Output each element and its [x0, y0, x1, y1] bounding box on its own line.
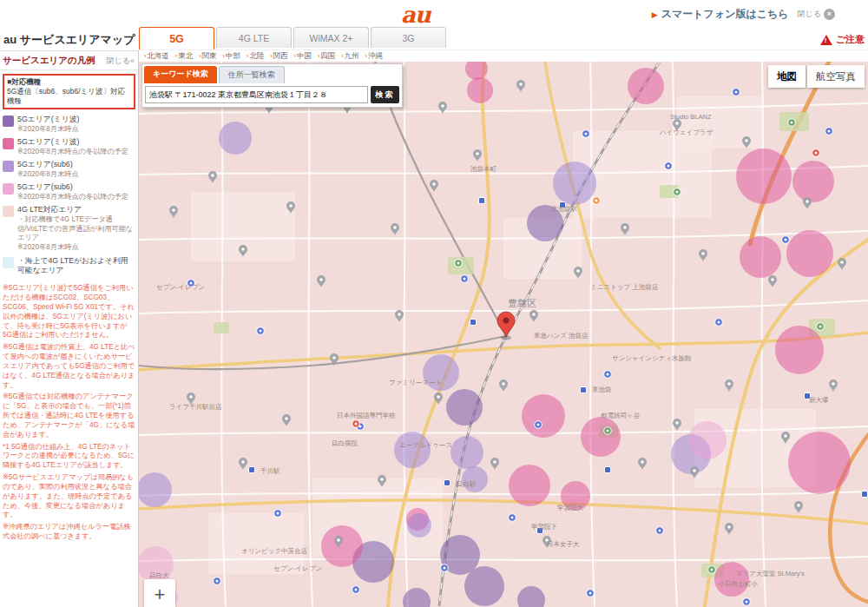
poi-dot-glyph	[595, 200, 598, 202]
region-link[interactable]: ›四国	[318, 51, 335, 62]
map-view-button[interactable]: 地図	[768, 65, 806, 88]
poi-pin-dot	[380, 478, 384, 481]
poi-dot-glyph	[607, 430, 609, 432]
coverage-circle-5g-milliwave-current	[517, 586, 545, 607]
region-link[interactable]: ›沖縄	[365, 51, 383, 62]
tab-3g[interactable]: 3G	[371, 27, 446, 48]
footnote: ※5G通信では対応機種のアンテナマークに「5G」と表示の場合でも、一部(*1)箇…	[3, 393, 135, 439]
road	[308, 62, 312, 606]
region-link[interactable]: ›北海道	[144, 51, 169, 62]
search-result-pin[interactable]	[497, 312, 515, 337]
smartphone-version-link[interactable]: ▶スマートフォン版はこちら	[652, 7, 789, 22]
legend-item: 4G LTE対応エリア・対応機種で4G LTEデータ通信/VoLTEでの音声通話…	[3, 205, 135, 252]
coverage-circle-5g-milliwave-planned	[792, 161, 834, 202]
poi-dot-glyph	[785, 239, 787, 241]
tab-4g-lte[interactable]: 4G LTE	[216, 27, 292, 48]
poi-dot-glyph	[355, 589, 358, 591]
coverage-circle-5g-milliwave-planned	[736, 148, 792, 204]
poi-dot-glyph	[260, 330, 262, 333]
poi-dot-glyph	[457, 262, 460, 265]
coverage-map[interactable]: むかいはら 向原Studio BLANZハイウェイプラザ池袋本町北池袋駅ミニスト…	[139, 62, 868, 607]
region-link[interactable]: ›東北	[175, 51, 193, 62]
bullet-icon: ›	[294, 53, 296, 59]
poi-pin-dot	[337, 538, 340, 542]
keyword-search-tab[interactable]: キーワード検索	[144, 66, 217, 83]
poi-pin-dot	[675, 421, 679, 425]
legend-label: 5Gエリア(ミリ波)	[17, 115, 79, 124]
coverage-circle-5g-milliwave-planned	[740, 236, 781, 278]
poi-pin-dot	[289, 204, 293, 208]
legend-note: ※2020年8月末時点	[17, 170, 79, 180]
poi-pin-dot	[437, 395, 440, 399]
poi-pin-icon	[794, 501, 803, 513]
poi-dot-glyph	[216, 580, 219, 583]
map-label: 目白駅	[457, 480, 477, 488]
map-label: ファミリーマート	[389, 379, 442, 386]
map-label: ミニストップ 上池袋店	[590, 283, 659, 291]
bullet-icon: ›	[223, 53, 225, 59]
search-button[interactable]: 検索	[371, 86, 399, 103]
poi-pin-icon	[829, 379, 838, 392]
poi-dot-glyph	[537, 424, 540, 426]
poi-pin-icon	[725, 379, 733, 392]
region-link[interactable]: ›北陸	[247, 51, 264, 62]
map-label: ライフ千川駅前店	[169, 403, 222, 411]
map-label: 学習院下	[531, 523, 558, 531]
poi-pin-dot	[332, 356, 336, 360]
region-link[interactable]: ›関西	[270, 51, 287, 62]
region-link[interactable]: ›関東	[199, 51, 216, 62]
address-list-search-tab[interactable]: 住所一覧検索	[219, 66, 285, 83]
legend-collapse-button[interactable]: 閉じる«	[107, 56, 135, 67]
search-input[interactable]	[145, 86, 368, 103]
poi-dot-glyph	[828, 130, 831, 133]
legend-label: 5Gエリア(sub6)	[17, 182, 128, 192]
notice-link[interactable]: ご注意	[820, 33, 868, 46]
road	[761, 62, 766, 606]
poi-pin-dot	[784, 434, 787, 438]
poi-pin-dot	[393, 226, 397, 229]
map-label: Studio BLANZ	[670, 113, 712, 121]
legend-swatch	[3, 257, 14, 268]
network-tab-bar: 5G4G LTEWiMAX 2+3G ご注意	[139, 28, 868, 50]
coverage-circle-5g-milliwave-planned	[522, 394, 565, 438]
poi-pin-dot	[701, 252, 705, 255]
region-link[interactable]: ›九州	[341, 51, 358, 62]
header-close-button[interactable]: 閉じる ×	[798, 9, 835, 20]
station-icon	[470, 320, 477, 326]
map-label: 目白病院	[332, 439, 358, 447]
poi-pin-dot	[832, 382, 835, 386]
poi-pin-icon	[490, 458, 499, 470]
satellite-view-button[interactable]: 航空写真	[807, 65, 865, 88]
poi-pin-icon	[725, 523, 733, 535]
coverage-circle-5g-milliwave-planned	[321, 525, 363, 567]
legend-note: ・対応機種で4G LTEデータ通信/VoLTEでの音声通話が利用可能なエリア	[17, 215, 135, 243]
poi-pin-icon	[699, 249, 707, 261]
map-label: マリア大聖堂 St.Mary's	[736, 570, 805, 577]
map-label: 東池袋	[592, 386, 612, 393]
bullet-icon: ›	[175, 53, 177, 59]
map-label: 新大塚	[809, 396, 829, 404]
poi-pin-icon	[768, 275, 777, 287]
coverage-circle-5g-milliwave-planned	[775, 326, 824, 374]
map-label: 都電雑司ヶ谷	[601, 412, 641, 419]
coverage-circle-5g-milliwave-planned	[467, 77, 493, 103]
au-logo: au	[401, 2, 431, 28]
zoom-in-button[interactable]: +	[144, 579, 175, 607]
poi-dot-glyph	[746, 601, 748, 604]
coverage-circle-5g-milliwave-planned	[628, 68, 664, 104]
poi-dot-glyph	[277, 512, 279, 515]
tab-wimax-2+[interactable]: WiMAX 2+	[293, 27, 369, 48]
footnote: ※5G通信は電波の性質上、4G LTEと比べて屋内への電波が届きにくいためサービ…	[3, 343, 135, 390]
poi-pin-icon	[529, 310, 538, 322]
region-link[interactable]: ›中部	[223, 51, 240, 62]
poi-pin-icon	[673, 419, 681, 431]
region-link[interactable]: ›中国	[294, 51, 312, 62]
warning-icon	[820, 35, 832, 45]
poi-pin-dot	[745, 139, 748, 142]
bullet-icon: ›	[341, 53, 343, 59]
network-tabs: 5G4G LTEWiMAX 2+3G	[139, 27, 448, 49]
coverage-circle-5g-milliwave-current	[446, 389, 483, 426]
map-label: エーグルドゥース	[399, 441, 452, 449]
tab-5g[interactable]: 5G	[139, 27, 214, 49]
poi-pin-dot	[441, 104, 444, 108]
